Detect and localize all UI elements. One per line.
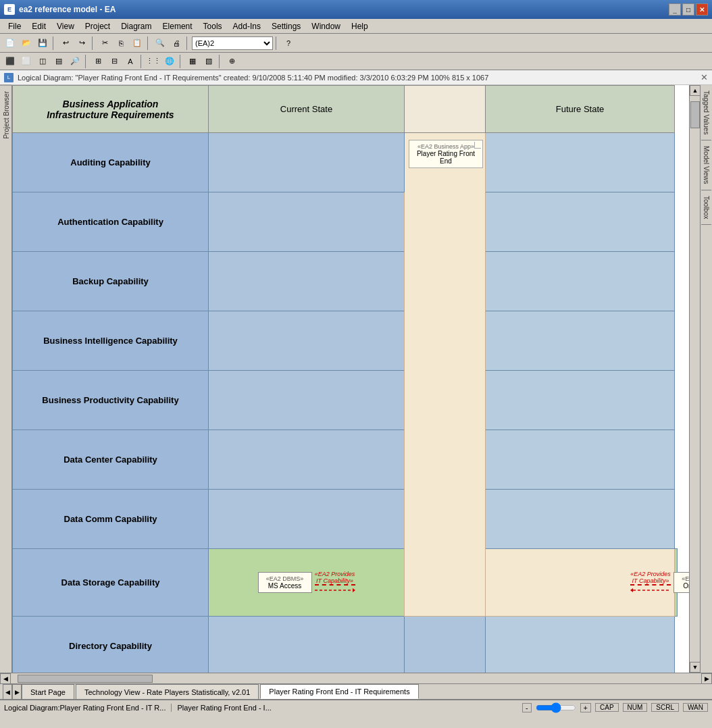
future-state-business-intel[interactable] (486, 311, 675, 371)
menu-view[interactable]: View (51, 20, 80, 32)
diagram-btn1[interactable]: ⬛ (3, 54, 18, 69)
provides-label-right: «EA2 ProvidesIT Capability» (630, 571, 671, 584)
current-state-data-storage[interactable]: «EA2 DBMS» MS Access «EA2 ProvidesIT Cap… (209, 549, 405, 617)
new-button[interactable]: 📄 (3, 36, 18, 51)
window-title: ea2 reference model - EA (19, 5, 116, 14)
current-state-backup[interactable] (209, 252, 405, 311)
current-state-authentication[interactable] (209, 192, 405, 252)
scrollbar-track[interactable] (690, 96, 700, 662)
future-state-auditing[interactable] (486, 133, 675, 192)
menu-element[interactable]: Element (157, 20, 198, 32)
ea2-app-stereotype: «EA2 Business App» (412, 143, 480, 150)
menu-settings[interactable]: Settings (266, 20, 306, 32)
future-state-backup[interactable] (486, 252, 675, 311)
menu-help[interactable]: Help (346, 20, 374, 32)
tab-start-page[interactable]: Start Page (22, 684, 74, 699)
diagram-btn4[interactable]: ▤ (51, 54, 66, 69)
zoom-minus-button[interactable]: - (522, 703, 532, 712)
h-scroll-track[interactable] (11, 674, 701, 683)
menu-diagram[interactable]: Diagram (116, 20, 157, 32)
tagged-values-tab[interactable]: Tagged Values (701, 85, 711, 140)
diagram-btn8[interactable]: A (123, 54, 138, 69)
menu-edit[interactable]: Edit (26, 20, 51, 32)
undo-button[interactable]: ↩ (58, 36, 73, 51)
future-state-business-prod[interactable] (486, 371, 675, 430)
close-button[interactable]: ✕ (696, 3, 708, 16)
info-bar-close[interactable]: ✕ (701, 72, 708, 82)
menu-tools[interactable]: Tools (198, 20, 228, 32)
copy-button[interactable]: ⎘ (113, 36, 128, 51)
current-state-business-prod[interactable] (209, 371, 405, 430)
menu-bar: File Edit View Project Diagram Element T… (0, 19, 712, 34)
capability-label-backup: Backup Capability (13, 252, 209, 311)
tab-scroll-left[interactable]: ◀ (3, 684, 12, 699)
capability-label-business-prod: Business Productivity Capability (13, 371, 209, 430)
arrow-left (630, 584, 671, 595)
minimize-button[interactable]: _ (669, 3, 681, 16)
zoom-slider[interactable] (536, 702, 576, 713)
zoom-button[interactable]: 🔍 (153, 36, 168, 51)
redo-button[interactable]: ↪ (74, 36, 89, 51)
current-state-data-center[interactable] (209, 430, 405, 490)
project-browser-tab[interactable]: Project Browser (0, 85, 11, 145)
provides-label-left: «EA2 ProvidesIT Capability» (315, 571, 355, 584)
title-controls[interactable]: _ □ ✕ (669, 3, 708, 16)
ms-access-box[interactable]: «EA2 DBMS» MS Access (258, 572, 312, 593)
help-button[interactable]: ? (281, 36, 296, 51)
status-right: - + CAP NUM SCRL WAN (522, 702, 708, 713)
diagram-btn9[interactable]: ⋮⋮ (146, 54, 161, 69)
paste-button[interactable]: 📋 (130, 36, 145, 51)
scroll-up-button[interactable]: ▲ (690, 85, 701, 96)
diagram-btn2[interactable]: ⬜ (19, 54, 34, 69)
maximize-button[interactable]: □ (682, 3, 694, 16)
context-combo[interactable]: (EA)2 (192, 36, 273, 50)
table-row: Data Center Capability (13, 430, 678, 490)
current-state-business-intel[interactable] (209, 311, 405, 371)
tab-technology-view[interactable]: Technology View - Rate Players Statistic… (76, 684, 259, 699)
diagram-btn13[interactable]: ⊕ (224, 54, 239, 69)
model-views-tab[interactable]: Model Views (701, 140, 711, 190)
header-col3-spacer (405, 86, 486, 133)
menu-project[interactable]: Project (80, 20, 116, 32)
scroll-right-button[interactable]: ▶ (701, 673, 712, 684)
diagram-btn12[interactable]: ▧ (201, 54, 216, 69)
current-state-directory[interactable] (209, 617, 405, 673)
toolbox-tab[interactable]: Toolbox (701, 190, 711, 225)
status-left-text: Logical Diagram:Player Rating Front End … (4, 704, 172, 712)
scrollbar-thumb[interactable] (690, 101, 700, 128)
scrl-badge: SCRL (651, 703, 679, 712)
zoom-plus-button[interactable]: + (580, 703, 591, 712)
scroll-left-button[interactable]: ◀ (0, 673, 11, 684)
menu-window[interactable]: Window (306, 20, 346, 32)
current-state-auditing[interactable] (209, 133, 405, 192)
future-state-data-storage[interactable]: «EA2 ProvidesIT Capability» (675, 549, 678, 617)
diagram-btn11[interactable]: ▦ (185, 54, 200, 69)
current-state-data-comm[interactable] (209, 490, 405, 549)
scroll-down-button[interactable]: ▼ (690, 662, 701, 673)
print-button[interactable]: 🖨 (169, 36, 184, 51)
svg-marker-1 (353, 588, 355, 592)
diagram-btn3[interactable]: ◫ (35, 54, 50, 69)
cut-button[interactable]: ✂ (97, 36, 112, 51)
diagram-btn5[interactable]: 🔎 (68, 54, 82, 69)
ms-access-label: MS Access (261, 582, 309, 590)
diagram-btn6[interactable]: ⊞ (91, 54, 105, 69)
future-state-data-comm[interactable] (486, 490, 675, 549)
menu-file[interactable]: File (3, 20, 26, 32)
oracle-box[interactable]: «EA2 DBMS» Oracle 10.0 (673, 572, 689, 593)
diagram-btn10[interactable]: 🌐 (162, 54, 177, 69)
tab-player-rating[interactable]: Player Rating Front End - IT Requirement… (260, 684, 418, 699)
diagram-btn7[interactable]: ⊟ (107, 54, 122, 69)
future-state-data-center[interactable] (486, 430, 675, 490)
table-row: Auditing Capability «EA2 Business App» P… (13, 133, 678, 192)
open-button[interactable]: 📂 (19, 36, 34, 51)
arrow-right (315, 584, 355, 595)
menu-addins[interactable]: Add-Ins (228, 20, 266, 32)
future-state-authentication[interactable] (486, 192, 675, 252)
tab-scroll-right[interactable]: ▶ (12, 684, 22, 699)
save-button[interactable]: 💾 (35, 36, 50, 51)
header-col4: Future State (486, 86, 675, 133)
h-scroll-thumb[interactable] (18, 675, 153, 683)
future-state-directory[interactable] (486, 617, 675, 673)
ea2-app-box[interactable]: «EA2 Business App» Player Rating Front E… (409, 140, 483, 168)
